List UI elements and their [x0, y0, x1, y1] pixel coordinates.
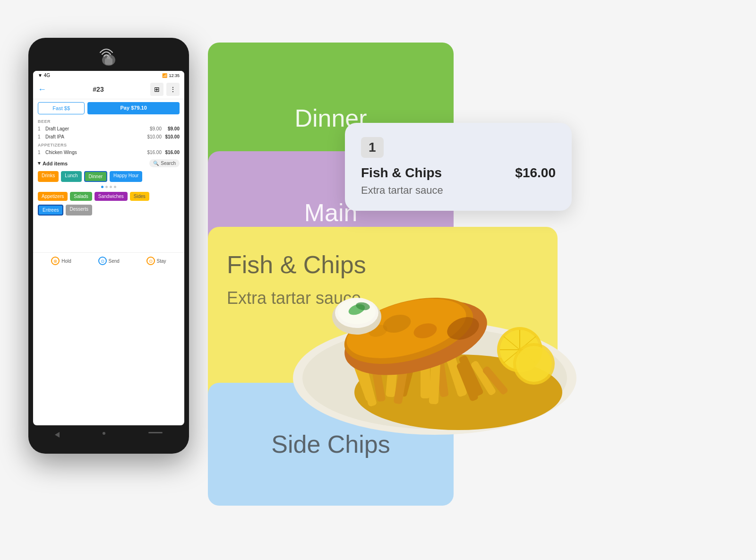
action-buttons: Fast $$ Pay $79.10: [33, 99, 184, 117]
menu-cod[interactable]: Cod: [138, 219, 166, 232]
popup-item-row: Fish & Chips $16.00: [361, 165, 556, 181]
phone-outer: ▼ 4G 📶 12:35 ← #23 ⊞ ⋮ Fast $$ Pay $79.1…: [28, 38, 189, 454]
add-items-label[interactable]: ▾ Add items: [38, 160, 68, 166]
order-item: 1 Chicken Wings $16.00 $16.00: [33, 148, 184, 156]
svg-rect-1: [105, 58, 112, 65]
tab-desserts[interactable]: Desserts: [66, 205, 92, 215]
pay-button[interactable]: Pay $79.10: [87, 102, 180, 114]
item-qty: 1: [38, 150, 45, 155]
search-button[interactable]: 🔍 Search: [149, 159, 180, 167]
order-detail-popup: 1 Fish & Chips $16.00 Extra tartar sauce: [345, 123, 572, 211]
menu-salmon[interactable]: Salmon: [107, 219, 136, 232]
dot-3: [110, 186, 112, 188]
send-icon: ⊙: [98, 257, 107, 265]
status-left: ▼ 4G: [38, 73, 50, 78]
item-qty: 1: [38, 134, 45, 139]
order-number: #23: [93, 86, 103, 93]
bottom-actions: ⊗ Hold ⊙ Send ⊙ Stay: [33, 252, 184, 269]
popup-item-name: Fish & Chips: [361, 165, 442, 181]
dot-1: [101, 186, 103, 188]
sub-category-tabs: Appetizers Salads Sandwiches Sides: [33, 190, 184, 203]
item-qty: 1: [38, 126, 45, 131]
status-icons: 📶 12:35: [162, 73, 180, 78]
popup-quantity: 1: [361, 137, 384, 158]
svg-point-34: [516, 346, 552, 382]
item-name: Draft Lager: [45, 126, 144, 131]
order-item: 1 Draft IPA $10.00 $10.00: [33, 133, 184, 141]
tab-drinks[interactable]: Drinks: [38, 171, 59, 182]
menu-pork-chop[interactable]: Pork Chop: [69, 236, 100, 249]
beer-section-label: BEER: [33, 117, 184, 125]
phone-top-bar: [33, 43, 184, 71]
tab-dinner[interactable]: Dinner: [84, 171, 107, 182]
menu-fish-chips[interactable]: Fish & Chips: [38, 219, 74, 232]
menu-items-grid: Fish & Chips Poutine Salmon Cod: [33, 217, 184, 234]
hold-label: Hold: [61, 258, 71, 264]
add-items-row: ▾ Add items 🔍 Search: [33, 156, 184, 169]
svg-rect-2: [107, 56, 111, 59]
status-bar: ▼ 4G 📶 12:35: [33, 71, 184, 80]
menu-items-grid-2: Ribeye Pork Chop Veggie Pasta: [33, 234, 184, 250]
dot-4: [114, 186, 116, 188]
nav-home-icon[interactable]: [103, 432, 105, 435]
order-item: 1 Draft Lager $9.00 $9.00: [33, 125, 184, 133]
phone-screen: ▼ 4G 📶 12:35 ← #23 ⊞ ⋮ Fast $$ Pay $79.1…: [33, 71, 184, 425]
phone-device: ▼ 4G 📶 12:35 ← #23 ⊞ ⋮ Fast $$ Pay $79.1…: [28, 38, 208, 501]
more-options-icon[interactable]: ⋮: [166, 83, 180, 96]
stay-icon: ⊙: [146, 257, 155, 265]
menu-poutine[interactable]: Poutine: [77, 219, 105, 232]
item-total-price: $16.00: [162, 150, 180, 155]
item-name: Chicken Wings: [45, 150, 144, 155]
back-button[interactable]: ←: [38, 85, 46, 95]
header-actions: ⊞ ⋮: [150, 83, 180, 96]
send-label: Send: [109, 258, 120, 264]
hold-button[interactable]: ⊗ Hold: [51, 257, 71, 265]
stay-button[interactable]: ⊙ Stay: [146, 257, 166, 265]
sub-category-tabs-2: Entrees Desserts: [33, 203, 184, 217]
item-unit-price: $10.00: [144, 134, 162, 139]
screen-header: ← #23 ⊞ ⋮: [33, 80, 184, 99]
cards-area: Dinner Main Fish & Chips Extra tartar sa…: [203, 38, 572, 520]
tab-sandwiches[interactable]: Sandwiches: [94, 192, 128, 201]
appetizers-section-label: APPETIZERS: [33, 141, 184, 148]
tab-appetizers[interactable]: Appetizers: [38, 192, 68, 201]
hold-icon: ⊗: [51, 257, 60, 265]
item-unit-price: $9.00: [144, 126, 162, 131]
popup-modifier: Extra tartar sauce: [361, 184, 556, 197]
nav-recent-icon[interactable]: [148, 432, 163, 433]
tab-lunch[interactable]: Lunch: [61, 171, 81, 182]
dot-2: [105, 186, 108, 188]
stay-label: Stay: [157, 258, 166, 264]
item-total-price: $10.00: [162, 134, 180, 139]
category-tabs: Drinks Lunch Dinner Happy Hour: [33, 169, 184, 184]
chevron-down-icon: ▾: [38, 160, 41, 166]
phone-nav-bar: [33, 425, 184, 440]
nav-back-icon[interactable]: [55, 432, 60, 438]
pagination-dots: [33, 184, 184, 190]
popup-item-price: $16.00: [515, 165, 556, 181]
search-icon: 🔍: [153, 161, 159, 166]
tab-entrees[interactable]: Entrees: [38, 205, 63, 215]
receipt-icon[interactable]: ⊞: [150, 83, 163, 96]
fast-pay-button[interactable]: Fast $$: [38, 102, 85, 114]
item-name: Draft IPA: [45, 134, 144, 139]
tab-happy-hour[interactable]: Happy Hour: [110, 171, 142, 182]
send-button[interactable]: ⊙ Send: [98, 257, 120, 265]
item-unit-price: $16.00: [144, 150, 162, 155]
item-total-price: $9.00: [162, 126, 180, 131]
food-image: [284, 222, 586, 439]
menu-ribeye[interactable]: Ribeye: [38, 236, 66, 249]
nfc-icon: [94, 45, 123, 69]
status-time: 12:35: [169, 73, 180, 78]
tab-sides[interactable]: Sides: [130, 192, 149, 201]
tab-salads[interactable]: Salads: [70, 192, 92, 201]
menu-veggie-pasta[interactable]: Veggie Pasta: [103, 236, 140, 249]
